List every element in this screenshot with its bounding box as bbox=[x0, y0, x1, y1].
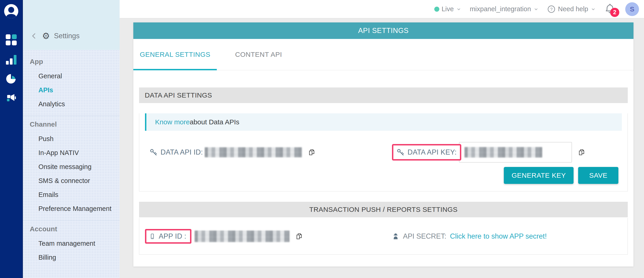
notification-badge: 2 bbox=[610, 8, 619, 17]
app-id-group: APP ID : bbox=[145, 229, 303, 244]
workspace-dropdown[interactable]: mixpanel_integration bbox=[470, 5, 539, 13]
back-button[interactable] bbox=[30, 32, 38, 40]
notifications-button[interactable]: 2 bbox=[604, 3, 617, 16]
settings-nav: App General APIs Analytics Channel Push … bbox=[23, 50, 120, 278]
environment-dropdown[interactable]: Live bbox=[434, 5, 462, 13]
settings-sidebar: ⚙ Settings App General APIs Analytics Ch… bbox=[23, 0, 120, 278]
data-api-id-value-redacted bbox=[205, 147, 302, 157]
data-api-settings-body: Know more about Data APIs DATA API ID: bbox=[139, 113, 628, 191]
api-secret-group: API SECRET: Click here to show APP secre… bbox=[392, 232, 547, 240]
data-api-row: DATA API ID: bbox=[145, 142, 622, 163]
brand-logo[interactable] bbox=[4, 4, 18, 18]
nav-section-app: App bbox=[30, 58, 120, 66]
data-api-settings-header: DATA API SETTINGS bbox=[139, 88, 628, 103]
smartphone-icon bbox=[149, 232, 156, 240]
copy-data-api-id-button[interactable] bbox=[308, 149, 315, 156]
svg-text:?: ? bbox=[550, 7, 552, 12]
page-title: API SETTINGS bbox=[133, 23, 634, 39]
back-chevron-icon bbox=[30, 32, 38, 40]
api-settings-panel: API SETTINGS GENERAL SETTINGS CONTENT AP… bbox=[133, 23, 634, 266]
app-id-label: APP ID : bbox=[159, 232, 186, 240]
app-rail bbox=[0, 0, 23, 278]
nav-divider bbox=[23, 116, 120, 116]
sidebar-item-team-management[interactable]: Team management bbox=[23, 236, 120, 250]
need-help-label: Need help bbox=[558, 5, 588, 13]
nav-section-account: Account bbox=[30, 225, 120, 233]
nav-divider bbox=[23, 220, 120, 220]
know-more-banner: Know more about Data APIs bbox=[145, 113, 622, 131]
chevron-down-icon bbox=[456, 7, 462, 12]
data-api-key-highlight-box: DATA API KEY: bbox=[392, 144, 461, 161]
tab-general-settings[interactable]: GENERAL SETTINGS bbox=[133, 39, 217, 70]
environment-label: Live bbox=[442, 5, 454, 13]
need-help-dropdown[interactable]: ? Need help bbox=[547, 5, 596, 14]
data-api-key-input[interactable] bbox=[459, 142, 572, 163]
chevron-down-icon bbox=[590, 7, 596, 12]
app-id-highlight-box: APP ID : bbox=[145, 229, 192, 244]
copy-icon bbox=[296, 233, 303, 240]
transaction-push-section: TRANSACTION PUSH / REPORTS SETTINGS APP … bbox=[139, 202, 628, 255]
sidebar-item-push[interactable]: Push bbox=[23, 132, 120, 146]
save-button[interactable]: SAVE bbox=[578, 167, 618, 184]
nav-section-channel: Channel bbox=[30, 120, 120, 128]
sidebar-item-sms-connector[interactable]: SMS & connector bbox=[23, 174, 120, 188]
tab-bar: GENERAL SETTINGS CONTENT API bbox=[133, 39, 634, 70]
app-id-value-redacted bbox=[194, 231, 290, 242]
key-icon bbox=[396, 148, 404, 156]
sidebar-item-apis[interactable]: APIs bbox=[23, 83, 120, 97]
sidebar-item-analytics[interactable]: Analytics bbox=[23, 97, 120, 111]
segments-pie-chart-icon[interactable] bbox=[6, 73, 17, 84]
live-status-dot bbox=[434, 7, 439, 12]
data-api-id-label: DATA API ID: bbox=[160, 148, 203, 156]
sidebar-item-preference-management[interactable]: Preference Management bbox=[23, 202, 120, 216]
data-api-settings-section: DATA API SETTINGS Know more about Data A… bbox=[139, 88, 628, 191]
sidebar-title: Settings bbox=[54, 32, 80, 40]
campaigns-megaphone-icon[interactable] bbox=[6, 92, 17, 103]
rail-icon-list bbox=[0, 34, 22, 103]
megaphone-icon bbox=[6, 93, 16, 103]
sidebar-item-billing[interactable]: Billing bbox=[23, 250, 120, 264]
data-api-key-value-redacted bbox=[464, 147, 542, 158]
know-more-link[interactable]: Know more bbox=[155, 118, 190, 126]
workspace-name: mixpanel_integration bbox=[470, 5, 531, 13]
sidebar-item-inapp-nativ[interactable]: In-App NATIV bbox=[23, 146, 120, 160]
transaction-push-header: TRANSACTION PUSH / REPORTS SETTINGS bbox=[139, 202, 628, 217]
copy-app-id-button[interactable] bbox=[296, 233, 303, 240]
sidebar-item-onsite-messaging[interactable]: Onsite messaging bbox=[23, 160, 120, 174]
transaction-push-body: APP ID : API SECRET: bbox=[139, 218, 628, 255]
data-api-actions: GENERATE KEY SAVE bbox=[139, 167, 618, 191]
copy-icon bbox=[578, 149, 585, 156]
spy-icon bbox=[392, 233, 399, 240]
copy-icon bbox=[308, 149, 315, 156]
chevron-down-icon bbox=[533, 7, 539, 12]
grid-squares-icon bbox=[6, 34, 17, 45]
tab-content-api[interactable]: CONTENT API bbox=[235, 39, 282, 70]
copy-data-api-key-button[interactable] bbox=[578, 149, 585, 156]
show-app-secret-link[interactable]: Click here to show APP secret! bbox=[450, 232, 547, 240]
topbar: Live mixpanel_integration ? Need help 2 … bbox=[120, 0, 644, 18]
help-circle-icon: ? bbox=[547, 5, 556, 14]
sidebar-item-general[interactable]: General bbox=[23, 69, 120, 83]
bar-chart-icon bbox=[6, 55, 16, 65]
know-more-text: about Data APIs bbox=[190, 118, 240, 126]
sidebar-header: ⚙ Settings bbox=[23, 0, 120, 50]
logo-person-head bbox=[8, 7, 14, 13]
logo-person-torso bbox=[6, 14, 16, 18]
dashboard-grid-icon[interactable] bbox=[6, 34, 17, 45]
gear-icon: ⚙ bbox=[42, 32, 50, 40]
data-api-key-group: DATA API KEY: bbox=[392, 142, 585, 163]
data-api-id-group: DATA API ID: bbox=[150, 147, 315, 157]
user-avatar[interactable]: S bbox=[625, 2, 639, 16]
data-api-key-label: DATA API KEY: bbox=[408, 148, 457, 156]
sidebar-item-emails[interactable]: Emails bbox=[23, 188, 120, 202]
analytics-bar-chart-icon[interactable] bbox=[6, 54, 17, 65]
pie-chart-icon bbox=[6, 73, 16, 84]
api-secret-label: API SECRET: bbox=[403, 232, 446, 240]
key-icon bbox=[150, 148, 157, 156]
generate-key-button[interactable]: GENERATE KEY bbox=[504, 167, 574, 184]
